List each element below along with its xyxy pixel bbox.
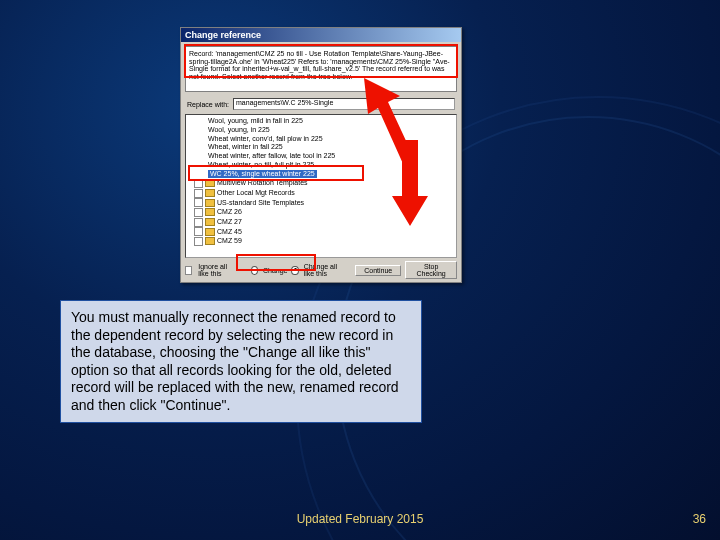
tree-folder[interactable]: CMZ 59 [188, 236, 454, 246]
dialog-bottom-row: Ignore all like this Change Change all l… [185, 261, 457, 279]
folder-icon [205, 228, 215, 236]
tree-item-selected[interactable]: WC 25%, single wheat winter 225 [208, 170, 317, 179]
radio-change[interactable] [251, 266, 258, 275]
checkbox-icon[interactable] [194, 237, 203, 246]
stop-checking-button[interactable]: Stop Checking [405, 261, 457, 279]
continue-button[interactable]: Continue [355, 265, 401, 276]
page-number: 36 [693, 512, 706, 526]
folder-icon [205, 237, 215, 245]
footer-text: Updated February 2015 [0, 512, 720, 526]
checkbox-icon[interactable] [194, 208, 203, 217]
checkbox-icon[interactable] [194, 198, 203, 207]
folder-icon [205, 208, 215, 216]
folder-icon [205, 218, 215, 226]
checkbox-icon[interactable] [185, 266, 192, 275]
folder-icon [205, 179, 215, 187]
folder-icon [205, 189, 215, 197]
replace-row: Replace with: managements\W.C 25%-Single [185, 96, 457, 112]
replace-input[interactable]: managements\W.C 25%-Single [233, 98, 455, 110]
checkbox-icon[interactable] [194, 218, 203, 227]
info-text: Record: 'management\CMZ 25 no till - Use… [185, 46, 457, 92]
caption-box: You must manually reconnect the renamed … [60, 300, 422, 423]
replace-label: Replace with: [187, 101, 229, 108]
arrow-annotation-icon [390, 140, 430, 234]
checkbox-icon[interactable] [194, 179, 203, 188]
checkbox-icon[interactable] [194, 227, 203, 236]
dialog-title: Change reference [181, 28, 461, 42]
checkbox-icon[interactable] [194, 189, 203, 198]
ignore-all-label: Ignore all like this [198, 263, 238, 277]
svg-marker-1 [392, 140, 428, 226]
change-all-label: Change all like this [304, 263, 348, 277]
radio-change-all[interactable] [291, 266, 298, 275]
change-label: Change [263, 267, 288, 274]
folder-icon [205, 199, 215, 207]
